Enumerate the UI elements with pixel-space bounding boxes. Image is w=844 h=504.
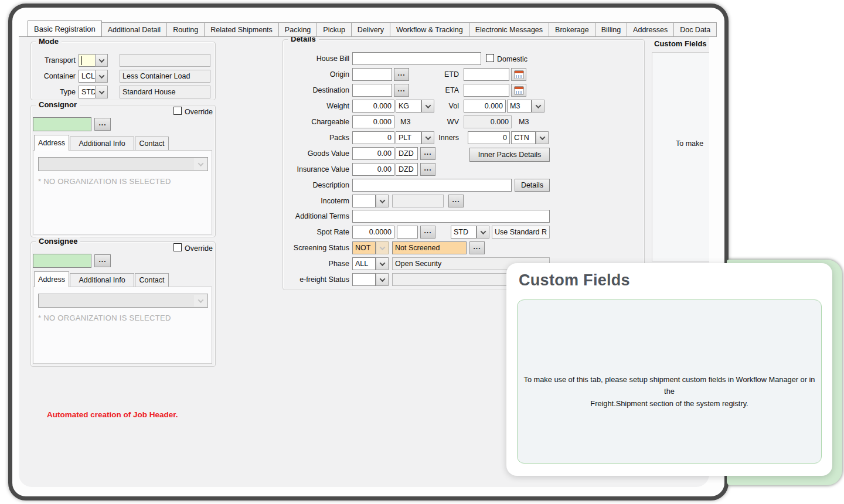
description-details-button[interactable]: Details [515, 179, 550, 192]
chevron-down-icon [535, 103, 541, 108]
tab-basic-registration[interactable]: Basic Registration [28, 21, 102, 37]
domestic-checkbox[interactable] [486, 54, 494, 62]
spot-rate-search-button[interactable]: ... [420, 226, 435, 239]
packs-label: Packs [283, 131, 349, 144]
chargeable-label: Chargeable [283, 115, 349, 128]
spot-rate-currency-input[interactable] [397, 226, 418, 239]
inners-unit-dropdown[interactable] [536, 131, 549, 144]
spot-rate-label: Spot Rate [283, 226, 349, 239]
type-dropdown-button[interactable] [95, 86, 108, 98]
transport-dropdown-button[interactable] [95, 54, 108, 67]
spot-rate-type-input[interactable]: STD [451, 226, 477, 239]
tab-billing[interactable]: Billing [595, 22, 627, 37]
ellipsis-icon: ... [424, 164, 431, 172]
consignee-override-label: Override [185, 244, 213, 257]
etd-input[interactable] [464, 68, 509, 81]
domestic-label: Domestic [497, 55, 528, 67]
phase-label: Phase [283, 257, 349, 270]
weight-unit-input[interactable]: KG [396, 100, 421, 113]
tab-brokerage[interactable]: Brokerage [549, 22, 595, 37]
message-line-2: Freight.Shipment section of the system r… [518, 398, 821, 410]
consignor-org-input[interactable] [33, 117, 91, 131]
incoterm-description-field [392, 195, 444, 207]
incoterm-code-input[interactable] [352, 195, 376, 207]
tab-addresses[interactable]: Addresses [627, 22, 674, 37]
type-label: Type [31, 86, 76, 98]
details-group: Details House Bill Domestic Origin ... E… [283, 39, 645, 290]
consignor-tab-additional-info[interactable]: Additional Info [70, 137, 134, 151]
efreight-code-input[interactable] [352, 273, 376, 286]
container-dropdown-button[interactable] [95, 70, 108, 83]
destination-label: Destination [283, 84, 349, 97]
tab-electronic-messages[interactable]: Electronic Messages [469, 22, 549, 37]
description-input[interactable] [352, 179, 512, 192]
tab-related-shipments[interactable]: Related Shipments [204, 22, 279, 37]
goods-value-input[interactable]: 0.00 [352, 147, 394, 160]
eta-input[interactable] [464, 84, 509, 97]
inners-input[interactable]: 0 [468, 131, 510, 144]
packs-input[interactable]: 0 [352, 131, 394, 144]
incoterm-dropdown[interactable] [376, 195, 389, 207]
eta-calendar-button[interactable] [511, 84, 526, 97]
house-bill-input[interactable] [352, 52, 481, 65]
custom-fields-callout-title: Custom Fields [519, 271, 630, 290]
text-caret [81, 56, 82, 65]
tab-routing[interactable]: Routing [166, 22, 205, 37]
consignor-tab-address[interactable]: Address [34, 135, 69, 151]
goods-currency-search-button[interactable]: ... [420, 147, 435, 160]
insurance-value-input[interactable]: 0.00 [352, 163, 394, 176]
consignor-tab-contact[interactable]: Contact [135, 137, 169, 151]
calendar-icon [514, 86, 524, 95]
tab-packing[interactable]: Packing [278, 22, 317, 37]
phase-code-input[interactable]: ALL [352, 257, 376, 270]
consignee-tab-address[interactable]: Address [34, 271, 69, 287]
inner-packs-details-button[interactable]: Inner Packs Details [469, 148, 550, 162]
container-code-input[interactable]: LCL [79, 70, 96, 83]
packs-unit-input[interactable]: PLT [396, 131, 421, 144]
type-code-input[interactable]: STD [79, 86, 96, 98]
screening-search-button[interactable]: ... [469, 241, 485, 254]
destination-search-button[interactable]: ... [394, 84, 409, 97]
mode-group: Mode Transport Container LCL Less Contai… [30, 42, 216, 100]
chevron-down-icon [198, 161, 203, 166]
origin-input[interactable] [352, 68, 392, 81]
spot-rate-type-dropdown[interactable] [477, 226, 489, 239]
spot-rate-input[interactable]: 0.0000 [352, 226, 394, 239]
transport-code-input[interactable] [79, 54, 96, 67]
chevron-down-icon [539, 134, 545, 140]
destination-input[interactable] [352, 84, 392, 97]
etd-calendar-button[interactable] [511, 68, 526, 81]
chevron-down-icon [379, 276, 385, 282]
screening-code-field: NOT [352, 241, 376, 254]
weight-input[interactable]: 0.000 [352, 100, 394, 113]
phase-dropdown[interactable] [376, 257, 389, 270]
custom-fields-callout-card: Custom Fields To make use of this tab, p… [506, 263, 832, 476]
consignee-org-input[interactable] [33, 254, 91, 268]
tab-pickup[interactable]: Pickup [316, 22, 352, 37]
chevron-down-icon [98, 57, 104, 63]
origin-search-button[interactable]: ... [394, 68, 409, 81]
screening-dropdown-disabled [376, 241, 389, 254]
chargeable-input[interactable]: 0.000 [352, 115, 394, 128]
vol-unit-dropdown[interactable] [532, 100, 544, 113]
consignor-search-button[interactable]: ... [94, 118, 111, 131]
insurance-currency-search-button[interactable]: ... [420, 163, 435, 176]
vol-unit-input[interactable]: M3 [507, 100, 532, 113]
consignor-address-select [38, 157, 208, 171]
tab-additional-detail[interactable]: Additional Detail [101, 22, 167, 37]
inners-unit-input[interactable]: CTN [511, 131, 536, 144]
consignee-override-checkbox[interactable] [173, 243, 182, 251]
tab-workflow-tracking[interactable]: Workflow & Tracking [390, 22, 469, 37]
consignee-search-button[interactable]: ... [94, 254, 111, 267]
vol-input[interactable]: 0.000 [464, 100, 506, 113]
efreight-dropdown[interactable] [376, 273, 389, 286]
consignor-override-checkbox[interactable] [173, 107, 182, 115]
insurance-currency-input[interactable]: DZD [396, 163, 418, 176]
incoterm-search-button[interactable]: ... [448, 195, 464, 207]
consignee-tab-contact[interactable]: Contact [135, 273, 169, 287]
consignee-tab-additional-info[interactable]: Additional Info [70, 273, 134, 287]
tab-doc-data[interactable]: Doc Data [673, 22, 717, 37]
tab-delivery[interactable]: Delivery [351, 22, 390, 37]
goods-currency-input[interactable]: DZD [396, 147, 418, 160]
additional-terms-input[interactable] [352, 210, 550, 223]
